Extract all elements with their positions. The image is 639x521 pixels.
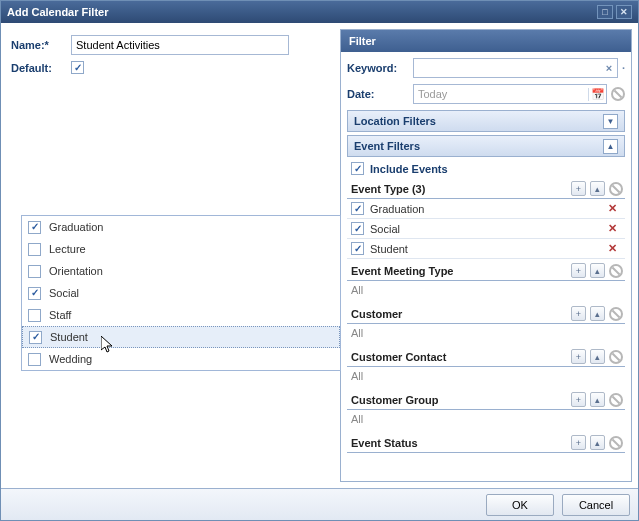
selected-graduation: Graduation ✕ (347, 199, 625, 219)
dropdown-item-lecture[interactable]: Lecture (22, 238, 340, 260)
include-events-checkbox[interactable] (351, 162, 364, 175)
dialog-content: Name:* Default: Graduation Lecture (1, 23, 638, 488)
date-input[interactable] (414, 88, 588, 100)
dropdown-item-orientation[interactable]: Orientation (22, 260, 340, 282)
item-label: Wedding (49, 353, 92, 365)
collapse-button[interactable]: ▴ (590, 306, 605, 321)
meeting-type-header: Event Meeting Type + ▴ (347, 261, 625, 281)
event-status-header: Event Status + ▴ (347, 433, 625, 453)
button-bar: OK Cancel (1, 488, 638, 520)
collapse-button[interactable]: ▴ (590, 435, 605, 450)
location-filters-section[interactable]: Location Filters ▼ (347, 110, 625, 132)
default-checkbox[interactable] (71, 61, 84, 74)
collapse-icon[interactable]: ▲ (603, 139, 618, 154)
include-events-label: Include Events (370, 163, 448, 175)
add-button[interactable]: + (571, 306, 586, 321)
add-button[interactable]: + (571, 435, 586, 450)
clear-button[interactable] (609, 436, 623, 450)
clear-button[interactable] (609, 182, 623, 196)
keyword-input[interactable] (414, 62, 601, 74)
filter-panel-body: Keyword: × · Date: 📅 Locat (341, 52, 631, 481)
keyword-label: Keyword: (347, 62, 409, 74)
customer-contact-value: All (347, 367, 625, 388)
filter-panel: Filter Keyword: × · Date: 📅 (340, 29, 632, 482)
dropdown-item-staff[interactable]: Staff (22, 304, 340, 326)
collapse-button[interactable]: ▴ (590, 392, 605, 407)
checkbox[interactable] (28, 221, 41, 234)
remove-icon[interactable]: ✕ (604, 202, 621, 215)
item-label: Lecture (49, 243, 86, 255)
clear-button[interactable] (609, 393, 623, 407)
keyword-row: Keyword: × · (347, 58, 625, 78)
calendar-icon[interactable]: 📅 (588, 88, 606, 101)
event-status-label: Event Status (351, 437, 567, 449)
clear-button[interactable] (609, 307, 623, 321)
item-label: Student (370, 243, 598, 255)
name-label: Name:* (11, 39, 71, 51)
item-label: Social (49, 287, 79, 299)
keyword-input-wrap: × (413, 58, 618, 78)
collapse-button[interactable]: ▴ (590, 181, 605, 196)
customer-contact-subsection: Customer Contact + ▴ All (347, 347, 625, 388)
customer-group-header: Customer Group + ▴ (347, 390, 625, 410)
meeting-type-label: Event Meeting Type (351, 265, 567, 277)
item-label: Graduation (370, 203, 598, 215)
close-button[interactable]: ✕ (616, 5, 632, 19)
checkbox[interactable] (28, 243, 41, 256)
checkbox[interactable] (28, 287, 41, 300)
cancel-button[interactable]: Cancel (562, 494, 630, 516)
event-type-dropdown: Graduation Lecture Orientation Social (21, 215, 341, 371)
dropdown-body[interactable]: Graduation Lecture Orientation Social (22, 216, 340, 370)
checkbox[interactable] (28, 309, 41, 322)
add-button[interactable]: + (571, 263, 586, 278)
dropdown-item-student[interactable]: Student (22, 326, 340, 348)
name-input[interactable] (71, 35, 289, 55)
add-button[interactable]: + (571, 349, 586, 364)
add-button[interactable]: + (571, 392, 586, 407)
keyword-clear-icon[interactable]: × (601, 62, 617, 74)
event-type-subsection: Event Type (3) + ▴ Graduation ✕ Social ✕ (347, 179, 625, 259)
selected-social: Social ✕ (347, 219, 625, 239)
remove-icon[interactable]: ✕ (604, 222, 621, 235)
customer-label: Customer (351, 308, 567, 320)
item-label: Staff (49, 309, 71, 321)
default-row: Default: (11, 61, 332, 74)
dropdown-item-wedding[interactable]: Wedding (22, 348, 340, 370)
checkbox[interactable] (28, 353, 41, 366)
checkbox[interactable] (29, 331, 42, 344)
add-button[interactable]: + (571, 181, 586, 196)
include-events-row: Include Events (347, 160, 625, 179)
ok-button[interactable]: OK (486, 494, 554, 516)
date-label: Date: (347, 88, 409, 100)
checkbox[interactable] (351, 202, 364, 215)
customer-group-value: All (347, 410, 625, 431)
checkbox[interactable] (351, 222, 364, 235)
event-type-header: Event Type (3) + ▴ (347, 179, 625, 199)
remove-icon[interactable]: ✕ (604, 242, 621, 255)
maximize-button[interactable]: □ (597, 5, 613, 19)
keyword-info-icon[interactable]: · (622, 62, 625, 74)
collapse-button[interactable]: ▴ (590, 263, 605, 278)
expand-icon[interactable]: ▼ (603, 114, 618, 129)
customer-contact-label: Customer Contact (351, 351, 567, 363)
item-label: Social (370, 223, 598, 235)
item-label: Graduation (49, 221, 103, 233)
dropdown-item-social[interactable]: Social (22, 282, 340, 304)
date-clear-icon[interactable] (611, 87, 625, 101)
meeting-type-subsection: Event Meeting Type + ▴ All (347, 261, 625, 302)
dialog-title: Add Calendar Filter (7, 6, 594, 18)
date-input-wrap: 📅 (413, 84, 607, 104)
dropdown-item-graduation[interactable]: Graduation (22, 216, 340, 238)
clear-button[interactable] (609, 264, 623, 278)
customer-contact-header: Customer Contact + ▴ (347, 347, 625, 367)
section-label: Event Filters (354, 140, 420, 152)
name-row: Name:* (11, 35, 332, 55)
default-label: Default: (11, 62, 71, 74)
event-filters-section[interactable]: Event Filters ▲ (347, 135, 625, 157)
collapse-button[interactable]: ▴ (590, 349, 605, 364)
selected-student: Student ✕ (347, 239, 625, 259)
checkbox[interactable] (351, 242, 364, 255)
checkbox[interactable] (28, 265, 41, 278)
customer-group-subsection: Customer Group + ▴ All (347, 390, 625, 431)
clear-button[interactable] (609, 350, 623, 364)
